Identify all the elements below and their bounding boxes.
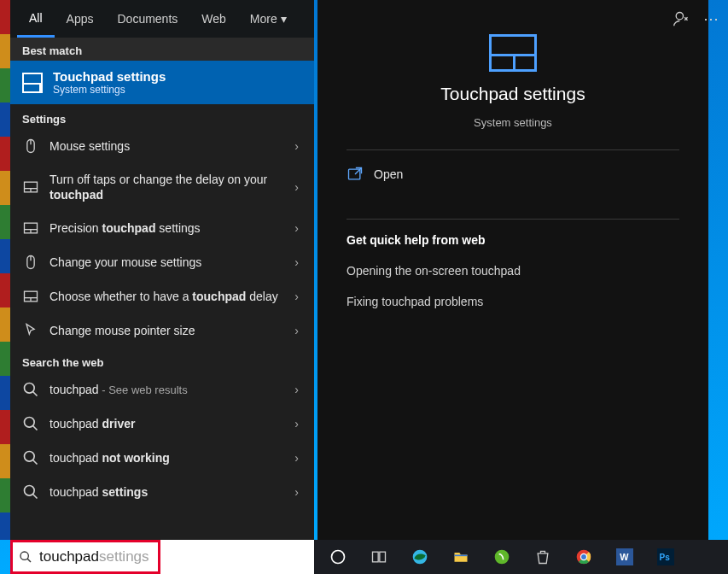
chevron-right-icon: ›: [291, 485, 302, 499]
settings-item-label: Change mouse pointer size: [50, 323, 281, 338]
quick-help-header: Get quick help from web: [347, 220, 679, 255]
search-web-header: Search the web: [10, 348, 314, 372]
search-icon: [22, 483, 39, 501]
tab-all[interactable]: All: [17, 0, 55, 38]
feedback-icon[interactable]: [673, 10, 690, 27]
search-icon: [22, 415, 39, 432]
best-match-title: Touchpad settings: [53, 69, 166, 84]
svg-rect-26: [373, 552, 379, 562]
word-icon[interactable]: W: [604, 540, 645, 574]
green-app-icon[interactable]: [481, 540, 522, 574]
svg-point-13: [25, 384, 35, 394]
web-item-label: touchpad settings: [50, 484, 281, 500]
open-action[interactable]: Open: [347, 150, 679, 198]
edge-icon[interactable]: [399, 540, 440, 574]
cortana-icon[interactable]: [317, 540, 358, 574]
chevron-right-icon: ›: [291, 180, 302, 194]
tab-documents[interactable]: Documents: [105, 0, 189, 38]
chevron-down-icon: ▾: [281, 12, 287, 26]
best-match-item[interactable]: Touchpad settings System settings: [10, 61, 314, 104]
search-panel-top-right: ⋯: [674, 0, 725, 38]
svg-point-35: [581, 554, 586, 559]
settings-item[interactable]: Turn off taps or change the delay on you…: [10, 163, 314, 211]
preview-subtitle: System settings: [474, 116, 552, 129]
more-options-icon[interactable]: ⋯: [703, 9, 719, 28]
web-item-label: touchpad driver: [50, 416, 281, 431]
file-explorer-icon[interactable]: [440, 540, 481, 574]
chevron-right-icon: ›: [291, 383, 302, 396]
settings-item[interactable]: Precision touchpad settings›: [10, 211, 314, 245]
touchpad-icon: [22, 73, 43, 93]
svg-point-19: [25, 486, 35, 496]
taskbar: W Ps: [314, 540, 728, 574]
web-item-label: touchpad - See web results: [50, 382, 281, 398]
mouse-icon: [22, 138, 39, 155]
preview-title: Touchpad settings: [440, 84, 585, 104]
chevron-right-icon: ›: [291, 290, 302, 303]
web-search-item[interactable]: touchpad settings›: [10, 475, 314, 509]
settings-item-label: Turn off taps or change the delay on you…: [50, 172, 281, 202]
tab-more-label: More: [250, 12, 277, 26]
settings-item[interactable]: Choose whether to have a touchpad delay›: [10, 279, 314, 313]
task-view-icon[interactable]: [358, 540, 399, 574]
svg-line-14: [33, 392, 38, 396]
chrome-icon[interactable]: [563, 540, 604, 574]
svg-point-25: [332, 551, 345, 564]
settings-list: Mouse settings›Turn off taps or change t…: [10, 129, 314, 348]
svg-point-15: [25, 418, 35, 428]
svg-rect-29: [455, 555, 468, 557]
best-match-text: Touchpad settings System settings: [53, 69, 166, 96]
tab-more[interactable]: More ▾: [238, 0, 299, 38]
help-link[interactable]: Fixing touchpad problems: [347, 286, 679, 317]
search-results-panel: All Apps Documents Web More ▾ Best match…: [10, 0, 314, 540]
settings-item[interactable]: Change your mouse settings›: [10, 245, 314, 279]
tab-apps[interactable]: Apps: [55, 0, 106, 38]
open-icon: [347, 166, 364, 183]
chevron-right-icon: ›: [291, 324, 302, 337]
touchpad-icon: [22, 220, 39, 237]
recycle-bin-icon[interactable]: [522, 540, 563, 574]
chevron-right-icon: ›: [291, 139, 302, 153]
preview-panel: Touchpad settings System settings Open G…: [317, 0, 708, 540]
touchpad-icon: [22, 288, 39, 305]
web-search-item[interactable]: touchpad - See web results›: [10, 372, 314, 407]
search-icon: [22, 381, 39, 398]
web-list: touchpad - See web results›touchpad driv…: [10, 372, 314, 509]
photoshop-icon[interactable]: Ps: [645, 540, 686, 574]
settings-item-label: Change your mouse settings: [50, 255, 281, 270]
open-label: Open: [374, 167, 403, 181]
svg-line-18: [33, 460, 38, 465]
settings-item-label: Mouse settings: [50, 138, 281, 154]
web-item-label: touchpad not working: [50, 450, 281, 466]
desktop-left-edge: [0, 0, 10, 540]
svg-text:Ps: Ps: [660, 553, 671, 562]
best-match-subtitle: System settings: [53, 84, 166, 96]
svg-rect-27: [380, 552, 386, 562]
chevron-right-icon: ›: [291, 451, 302, 465]
web-search-item[interactable]: touchpad not working›: [10, 441, 314, 475]
svg-point-30: [495, 550, 510, 565]
chevron-right-icon: ›: [291, 417, 302, 430]
best-match-header: Best match: [10, 38, 314, 61]
search-box[interactable]: touchpad settings: [10, 540, 314, 574]
web-search-item[interactable]: touchpad driver›: [10, 407, 314, 441]
svg-line-16: [33, 426, 38, 430]
settings-item-label: Choose whether to have a touchpad delay: [50, 289, 281, 304]
tab-web[interactable]: Web: [189, 0, 238, 38]
help-link[interactable]: Opening the on-screen touchpad: [347, 255, 679, 286]
touchpad-icon: [22, 179, 39, 196]
svg-point-17: [25, 452, 35, 462]
pointer-icon: [22, 322, 39, 339]
svg-point-21: [676, 13, 683, 20]
chevron-right-icon: ›: [291, 221, 302, 235]
settings-item[interactable]: Mouse settings›: [10, 129, 314, 163]
svg-text:W: W: [620, 552, 629, 562]
chevron-right-icon: ›: [291, 255, 302, 269]
settings-header: Settings: [10, 104, 314, 129]
search-icon: [22, 449, 39, 466]
mouse-icon: [22, 254, 39, 271]
settings-item[interactable]: Change mouse pointer size›: [10, 313, 314, 348]
search-scope-tabs: All Apps Documents Web More ▾: [10, 0, 314, 38]
settings-item-label: Precision touchpad settings: [50, 220, 281, 236]
svg-line-20: [33, 495, 38, 499]
